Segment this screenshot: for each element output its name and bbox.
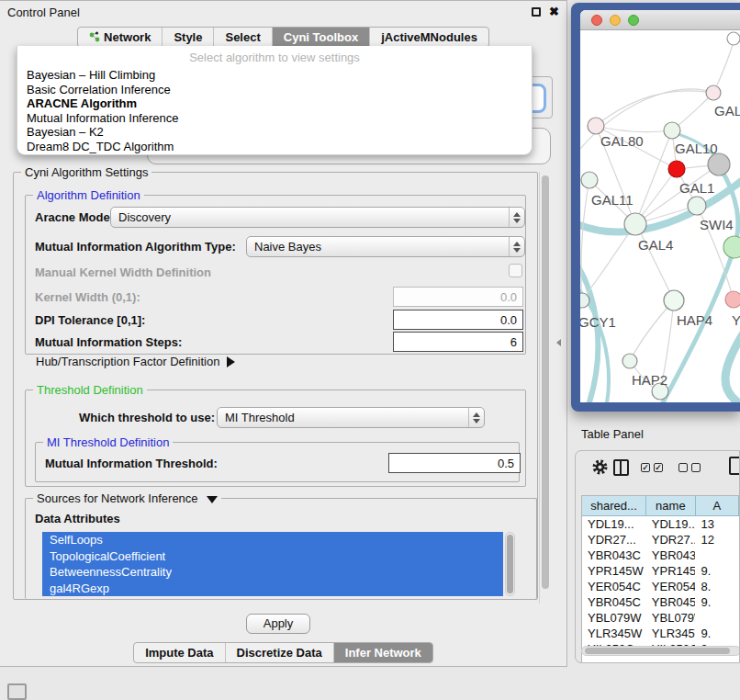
tab-select[interactable]: Select <box>214 28 272 47</box>
tab-impute-data[interactable]: Impute Data <box>134 643 225 662</box>
table-horizontal-scrollbar[interactable] <box>581 646 740 656</box>
network-node[interactable] <box>664 122 680 139</box>
export-table-icon[interactable] <box>729 457 740 475</box>
manual-kernel-checkbox[interactable] <box>509 264 522 277</box>
float-window-icon[interactable] <box>532 7 541 17</box>
apply-button[interactable]: Apply <box>246 614 310 634</box>
minimize-traffic-light-icon[interactable] <box>610 15 621 26</box>
network-node[interactable] <box>664 290 684 310</box>
node-label: HAP4 <box>677 312 712 328</box>
network-node[interactable] <box>688 197 706 215</box>
node-label: SWI4 <box>700 217 734 232</box>
sources-group: Sources for Network Inference Data Attri… <box>25 498 537 599</box>
attribute-item[interactable]: gal4RGexp <box>42 581 503 597</box>
network-node[interactable] <box>723 236 740 258</box>
hub-definition-toggle[interactable]: Hub/Transcription Factor Definition <box>36 355 235 368</box>
table-panel-title: Table Panel <box>581 427 644 441</box>
table-row[interactable]: YBL079WYBL079W <box>582 610 739 626</box>
panel-resize-handle[interactable] <box>556 339 561 346</box>
algorithm-option[interactable]: Bayesian – Hill Climbing <box>17 68 532 83</box>
mi-steps-label: Mutual Information Steps: <box>35 335 182 349</box>
table-row[interactable]: YER054CYER054C8. <box>582 579 739 594</box>
gear-icon[interactable] <box>591 458 609 476</box>
table-row[interactable]: YPR145WYPR145W9. <box>582 563 739 579</box>
mi-steps-field[interactable] <box>393 332 523 352</box>
select-all-checkbox-icon[interactable]: ✓ <box>641 463 650 472</box>
algorithm-option[interactable]: Mutual Information Inference <box>17 111 532 126</box>
deselect-checkbox-icon[interactable] <box>678 463 688 472</box>
table-row[interactable]: YDL19...YDL19...13 <box>582 516 739 532</box>
tab-discretize-data[interactable]: Discretize Data <box>226 643 334 662</box>
which-threshold-label: Which threshold to use: <box>79 411 215 424</box>
mi-threshold-title: MI Threshold Definition <box>43 435 173 449</box>
attributes-scrollbar[interactable] <box>505 532 515 596</box>
network-node[interactable] <box>708 153 730 175</box>
table-column-header[interactable]: shared... <box>582 496 646 516</box>
tab-network[interactable]: Network <box>78 28 163 47</box>
docked-window-icon[interactable] <box>7 683 27 700</box>
stepper-icon <box>509 237 524 256</box>
select-all-checkbox-icon[interactable]: ✓ <box>654 463 663 472</box>
tab-cyni-toolbox[interactable]: Cyni Toolbox <box>273 28 370 47</box>
mi-type-label: Mutual Information Algorithm Type: <box>35 240 236 254</box>
attribute-item[interactable]: SelfLoops <box>42 532 503 548</box>
control-panel-titlebar: Control Panel ✖ <box>0 1 566 25</box>
algorithm-option[interactable]: Basic Correlation Inference <box>17 83 532 97</box>
algorithm-option[interactable]: ARACNE Algorithm <box>17 96 532 111</box>
mi-type-combo[interactable]: Naive Bayes <box>246 236 525 257</box>
network-node[interactable] <box>725 291 740 308</box>
close-traffic-light-icon[interactable] <box>591 15 602 26</box>
tab-jactivemnodules[interactable]: jActiveMNodules <box>370 28 488 47</box>
algorithm-definition-group: Algorithm Definition Aracne Mode: Discov… <box>25 195 526 355</box>
threshold-definition-title: Threshold Definition <box>33 383 147 397</box>
table-row[interactable]: YBR045CYBR045C9. <box>582 594 739 610</box>
threshold-definition-group: Threshold Definition Which threshold to … <box>25 390 526 487</box>
column-layout-icon[interactable] <box>613 459 629 476</box>
attribute-item[interactable]: BetweennessCentrality <box>42 564 503 581</box>
kernel-width-field[interactable] <box>393 287 523 307</box>
settings-vertical-scrollbar[interactable] <box>539 172 549 604</box>
network-node[interactable] <box>580 293 589 308</box>
algorithm-placeholder: Select algorithm to view settings <box>17 46 532 64</box>
table-row[interactable]: YLR345WYLR345W9. <box>582 626 739 641</box>
network-node[interactable] <box>624 213 646 235</box>
table-column-header[interactable]: A <box>696 496 739 516</box>
deselect-checkbox-icon[interactable] <box>691 463 701 472</box>
table-column-header[interactable]: name <box>646 496 696 516</box>
control-panel-window: Control Panel ✖ NetworkStyleSelectCyni T… <box>0 0 567 667</box>
network-node[interactable] <box>622 354 637 368</box>
network-node[interactable] <box>581 172 598 188</box>
tab-infer-network[interactable]: Infer Network <box>334 643 432 662</box>
network-node[interactable] <box>588 118 604 134</box>
zoom-traffic-light-icon[interactable] <box>628 15 639 26</box>
algorithm-definition-title: Algorithm Definition <box>33 188 144 202</box>
tab-style[interactable]: Style <box>163 28 214 47</box>
dpi-tolerance-field[interactable] <box>393 310 523 330</box>
node-label: HAP2 <box>632 372 667 388</box>
network-canvas[interactable]: GALGAL80GAL10GAL1GAL11SWI4GAL4GCY1HAP4YH… <box>580 31 740 402</box>
network-titlebar[interactable] <box>580 10 740 30</box>
network-node[interactable] <box>706 85 721 100</box>
close-icon[interactable]: ✖ <box>549 5 559 18</box>
algorithm-list: Bayesian – Hill ClimbingBasic Correlatio… <box>17 68 532 153</box>
algorithm-option[interactable]: Dream8 DC_TDC Algorithm <box>17 140 532 154</box>
top-tab-bar: NetworkStyleSelectCyni ToolboxjActiveMNo… <box>0 27 566 48</box>
algorithm-option[interactable]: Bayesian – K2 <box>17 125 532 140</box>
aracne-mode-combo[interactable]: Discovery <box>110 207 525 228</box>
network-node[interactable] <box>727 32 740 45</box>
network-graph: GALGAL80GAL10GAL1GAL11SWI4GAL4GCY1HAP4YH… <box>580 31 740 402</box>
node-label: GAL80 <box>600 133 644 149</box>
network-node[interactable] <box>668 161 685 177</box>
aracne-mode-label: Aracne Mode: <box>35 210 114 224</box>
data-attributes-list: SelfLoopsTopologicalCoefficientBetweenne… <box>42 532 503 596</box>
stepper-icon <box>468 408 484 427</box>
manual-kernel-label: Manual Kernel Width Definition <box>35 265 211 279</box>
which-threshold-combo[interactable]: MI Threshold <box>217 407 485 428</box>
node-label: GAL4 <box>638 237 673 253</box>
table-row[interactable]: YDR27...YDR27...12 <box>582 532 739 548</box>
mi-threshold-field[interactable] <box>388 453 521 473</box>
table-row[interactable]: YBR043CYBR043C <box>582 548 739 563</box>
control-panel-title: Control Panel <box>7 6 80 19</box>
attribute-item[interactable]: TopologicalCoefficient <box>42 548 503 565</box>
collapse-arrow-icon[interactable] <box>207 496 218 503</box>
